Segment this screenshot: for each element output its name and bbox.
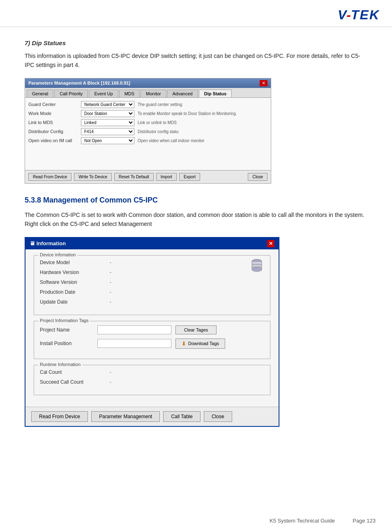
page-footer: K5 System Technical Guide Page 123: [270, 518, 376, 524]
update-date-row: Update Date -: [40, 299, 264, 305]
monitor-icon: 🖥: [30, 240, 35, 246]
open-video-select[interactable]: Not Open: [81, 137, 134, 144]
parameter-management-button[interactable]: Parameter Management: [91, 411, 160, 422]
section1-title: 7) Dip Statues: [25, 39, 367, 46]
svg-point-2: [252, 267, 262, 272]
device-info-label: Device infomation: [38, 252, 77, 257]
download-arrow-icon: ⬇: [182, 341, 186, 347]
install-position-input[interactable]: [97, 339, 171, 348]
work-mode-select[interactable]: Door Station: [81, 110, 134, 117]
tab-monitor[interactable]: Monitor: [141, 90, 166, 97]
params-close-button[interactable]: ✕: [260, 80, 267, 86]
guard-center-select[interactable]: Network Guard Center: [81, 101, 134, 108]
runtime-info-label: Runtime Information: [38, 362, 82, 367]
succeed-call-count-row: Succeed Call Count -: [40, 379, 264, 385]
install-position-row: Install Position ⬇ Download Tags: [40, 339, 264, 349]
params-import-button[interactable]: Import: [156, 173, 177, 181]
params-reset-to-default-button[interactable]: Reset To Default: [114, 173, 154, 181]
hardware-version-row: Hardware Version -: [40, 269, 249, 275]
info-title-text: 🖥 Information: [30, 240, 66, 246]
db-icon: [249, 258, 264, 273]
tab-call-priority[interactable]: Call Priority: [54, 90, 88, 97]
logo: V-TEK: [338, 7, 380, 23]
read-from-device-button[interactable]: Read From Device: [31, 411, 88, 422]
info-body: Device infomation Device Model -: [25, 249, 279, 407]
params-row-guard-center: Guard Center Network Guard Center The gu…: [28, 101, 267, 108]
distributor-select[interactable]: F414: [81, 128, 134, 135]
params-close-bottom-button[interactable]: Close: [248, 173, 267, 181]
main-content: 7) Dip Statues This information is uploa…: [0, 27, 392, 451]
tab-advanced[interactable]: Advanced: [167, 90, 198, 97]
link-mds-select[interactable]: Linked: [81, 119, 134, 126]
runtime-info-group: Runtime Information Cal Count - Succeed …: [34, 365, 270, 395]
info-footer: Read From Device Parameter Management Ca…: [25, 407, 279, 426]
guide-text: K5 System Technical Guide: [270, 518, 335, 524]
params-export-button[interactable]: Export: [179, 173, 200, 181]
close-button[interactable]: Close: [204, 411, 232, 422]
tab-general[interactable]: General: [27, 90, 53, 97]
section2-heading: 5.3.8 Management of Common C5-IPC: [25, 196, 367, 205]
params-body: Guard Center Network Guard Center The gu…: [25, 98, 271, 170]
page-number: Page 123: [353, 518, 376, 524]
params-row-distributor: Distributor Config F414 Distributor conf…: [28, 128, 267, 135]
device-model-row: Device Model -: [40, 260, 249, 265]
params-row-link-mds: Link to MDS Linked Link or unlink to MDS: [28, 119, 267, 126]
info-titlebar: 🖥 Information ✕: [25, 238, 279, 249]
params-footer: Read From Device Write To Device Reset T…: [25, 170, 271, 183]
call-table-button[interactable]: Call Table: [163, 411, 200, 422]
tab-event-up[interactable]: Event Up: [89, 90, 118, 97]
section2-body: The Common C5-IPC is set to work with Co…: [25, 210, 367, 229]
download-tags-button[interactable]: ⬇ Download Tags: [175, 339, 225, 349]
params-title: Parameters Management A Block [192.168.0…: [28, 81, 130, 85]
project-name-row: Project Name Clear Tages: [40, 325, 264, 334]
project-info-group: Project Information Tags Project Name Cl…: [34, 321, 270, 359]
params-row-work-mode: Work Mode Door Station To enable Monitor…: [28, 110, 267, 117]
device-info-group: Device infomation Device Model -: [34, 255, 270, 315]
info-dialog: 🖥 Information ✕ Device infomation: [25, 237, 279, 427]
params-window: Parameters Management A Block [192.168.0…: [25, 78, 271, 184]
project-name-input[interactable]: [97, 325, 171, 334]
tab-mds[interactable]: MDS: [119, 90, 140, 97]
params-write-to-device-button[interactable]: Write To Device: [74, 173, 112, 181]
project-info-label: Project Information Tags: [38, 318, 90, 323]
cal-count-row: Cal Count -: [40, 369, 264, 375]
params-row-open-video: Open video on IM call Not Open Open vide…: [28, 137, 267, 144]
software-version-row: Software Version -: [40, 279, 264, 285]
header: V-TEK: [0, 0, 392, 27]
section1-body: This information is uploaded from C5-IPC…: [25, 51, 367, 70]
production-date-row: Production Date -: [40, 289, 264, 295]
info-close-button[interactable]: ✕: [267, 240, 274, 247]
tab-dip-status[interactable]: Dip Status: [199, 90, 232, 97]
params-titlebar: Parameters Management A Block [192.168.0…: [25, 78, 271, 88]
params-read-from-device-button[interactable]: Read From Device: [28, 173, 71, 181]
params-tabs: General Call Priority Event Up MDS Monit…: [25, 88, 271, 98]
clear-tages-button[interactable]: Clear Tages: [175, 325, 217, 334]
